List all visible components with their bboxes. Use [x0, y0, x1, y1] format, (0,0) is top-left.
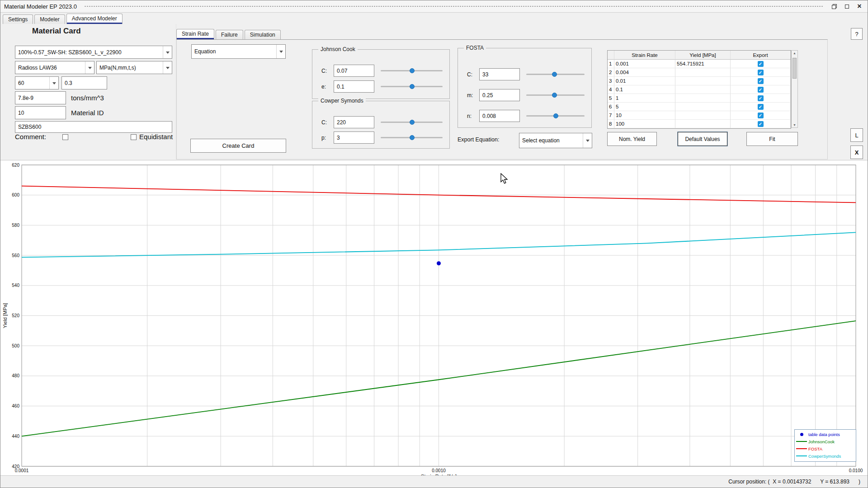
strain-rate-cell[interactable]: 0.001 — [614, 60, 675, 68]
scroll-up-icon[interactable]: ▲ — [793, 52, 796, 55]
cowper-symonds-c-slider[interactable] — [381, 119, 443, 125]
yield-cell[interactable] — [675, 103, 731, 111]
slider-handle[interactable] — [410, 120, 415, 125]
row-number-cell[interactable]: 4 — [608, 85, 614, 94]
restore-icon[interactable] — [830, 3, 838, 10]
slider-handle[interactable] — [552, 93, 557, 98]
export-checkbox[interactable]: ✓ — [758, 61, 764, 67]
tab-simulation[interactable]: Simulation — [245, 30, 281, 39]
strain-rate-cell[interactable]: 0.1 — [614, 85, 675, 94]
strain-rate-cell[interactable]: 100 — [614, 120, 675, 128]
export-checkbox[interactable]: ✓ — [758, 87, 764, 93]
svg-text:620: 620 — [12, 163, 19, 168]
slider-handle[interactable] — [410, 68, 415, 73]
material-selection-value: 100%-0.57_SW-SH: SZBS600_L_v_22900 — [15, 49, 163, 56]
johnson-cook-c-field[interactable]: 0.07 — [334, 65, 374, 77]
export-checkbox[interactable]: ✓ — [758, 95, 764, 101]
export-equation-combo[interactable]: Select equation — [519, 133, 592, 148]
yield-cell[interactable] — [675, 68, 731, 77]
table-header-cell[interactable]: Strain Rate — [614, 51, 675, 60]
export-checkbox[interactable]: ✓ — [758, 104, 764, 110]
fosta-m-field[interactable]: 0.25 — [479, 89, 520, 101]
yield-cell[interactable] — [675, 77, 731, 85]
material-name-field[interactable]: SZBS600 — [15, 121, 172, 133]
table-header-cell[interactable]: Yield [MPa] — [675, 51, 731, 60]
param-60-combo[interactable]: 60 — [15, 76, 59, 89]
strain-rate-cell[interactable]: 0.004 — [614, 68, 675, 77]
maximize-icon[interactable] — [843, 3, 850, 10]
cowper-symonds-p-slider[interactable] — [381, 135, 443, 141]
table-header-cell[interactable]: Export — [731, 51, 791, 60]
material-id-field[interactable]: 10 — [15, 106, 66, 119]
fosta-c-field[interactable]: 33 — [479, 68, 520, 80]
strain-rate-cell[interactable]: 0.01 — [614, 77, 675, 85]
svg-text:600: 600 — [12, 192, 19, 197]
tab-modeler[interactable]: Modeler — [34, 14, 65, 24]
legend-line-icon — [795, 441, 808, 442]
export-checkbox[interactable]: ✓ — [758, 113, 764, 118]
poisson-field[interactable]: 0.3 — [61, 76, 107, 89]
strain-rate-cell[interactable]: 5 — [614, 103, 675, 111]
dock-l-button[interactable]: L — [850, 128, 863, 142]
dock-x-button[interactable]: X — [850, 145, 863, 159]
johnson-cook-e-slider[interactable] — [381, 84, 443, 89]
scrollbar-thumb[interactable] — [793, 58, 797, 79]
param-row: n: 0.008 — [458, 110, 591, 122]
unit-system-combo[interactable]: MPa(N,mm,t,s) — [96, 61, 172, 74]
johnson-cook-e-field[interactable]: 0.1 — [334, 80, 374, 93]
fosta-n-field[interactable]: 0.008 — [479, 110, 520, 122]
row-number-cell[interactable]: 6 — [608, 103, 614, 111]
table-scrollbar[interactable]: ▲ ▼ — [791, 50, 798, 128]
yield-cell[interactable] — [675, 85, 731, 94]
solver-law-combo[interactable]: Radioss LAW36 — [15, 61, 94, 74]
fosta-n-slider[interactable] — [526, 113, 585, 119]
strain-rate-cell[interactable]: 1 — [614, 94, 675, 103]
cowper-symonds-p-field[interactable]: 3 — [334, 131, 374, 144]
nom-yield-button[interactable]: Nom. Yield — [607, 132, 657, 146]
slider-handle[interactable] — [552, 72, 557, 77]
strain-rate-cell[interactable]: 10 — [614, 111, 675, 120]
row-number-cell[interactable]: 5 — [608, 94, 614, 103]
johnson-cook-c-slider[interactable] — [381, 68, 443, 74]
equidistant-checkbox[interactable] — [131, 134, 137, 140]
yield-cell[interactable] — [675, 120, 731, 128]
tab-failure[interactable]: Failure — [216, 30, 243, 39]
fosta-m-slider[interactable] — [526, 92, 585, 98]
slider-handle[interactable] — [410, 135, 415, 140]
tab-strain-rate[interactable]: Strain Rate — [176, 29, 214, 39]
help-button[interactable]: ? — [851, 28, 863, 40]
title-bar[interactable]: Material Modeler EP 2023.0 × — [0, 0, 868, 13]
density-field[interactable]: 7.8e-9 — [15, 91, 66, 104]
create-card-button[interactable]: Create Card — [190, 139, 286, 153]
equation-type-combo[interactable]: Equation — [191, 44, 286, 59]
row-number-cell[interactable]: 1 — [608, 60, 614, 68]
cowper-symonds-c-field[interactable]: 220 — [334, 116, 374, 128]
fit-button[interactable]: Fit — [746, 132, 798, 146]
row-number-cell[interactable]: 3 — [608, 77, 614, 85]
slider-handle[interactable] — [410, 84, 415, 89]
yield-cell[interactable] — [675, 111, 731, 120]
status-bar: Cursor position: ( X = 0.00143732 Y = 61… — [0, 475, 868, 488]
export-checkbox[interactable]: ✓ — [758, 78, 764, 84]
material-selection-combo[interactable]: 100%-0.57_SW-SH: SZBS600_L_v_22900 — [15, 46, 172, 59]
row-number-cell[interactable]: 2 — [608, 68, 614, 77]
table-header-cell[interactable] — [608, 51, 614, 60]
close-icon[interactable]: × — [856, 3, 863, 10]
yield-cell[interactable]: 554.715921 — [675, 60, 731, 68]
slider-handle[interactable] — [553, 113, 558, 118]
row-number-cell[interactable]: 8 — [608, 120, 614, 128]
fosta-c-slider[interactable] — [526, 71, 585, 77]
yield-cell[interactable] — [675, 94, 731, 103]
tab-advanced-modeler[interactable]: Advanced Modeler — [66, 14, 123, 24]
param-c-label: C: — [467, 71, 479, 78]
tab-settings[interactable]: Settings — [3, 14, 33, 24]
export-checkbox[interactable]: ✓ — [758, 121, 764, 127]
default-values-button[interactable]: Default Values — [678, 132, 727, 146]
table-row: 40.1✓ — [608, 85, 791, 94]
row-number-cell[interactable]: 7 — [608, 111, 614, 120]
export-equation-value: Select equation — [519, 137, 583, 144]
app-window: Material Modeler EP 2023.0 × Settings Mo… — [0, 0, 868, 488]
scroll-down-icon[interactable]: ▼ — [793, 123, 796, 127]
export-checkbox[interactable]: ✓ — [758, 70, 764, 75]
comment-checkbox[interactable] — [62, 134, 68, 140]
